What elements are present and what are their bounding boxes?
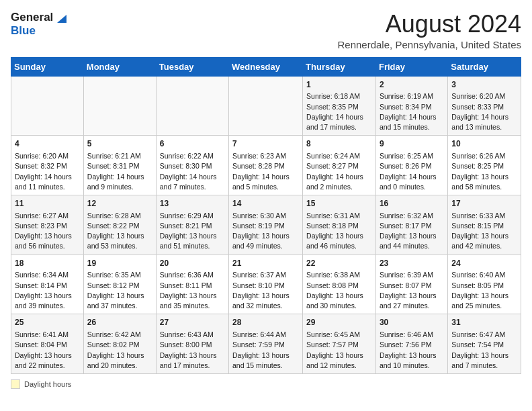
calendar-week-5: 25Sunrise: 6:41 AMSunset: 8:04 PMDayligh… [11, 314, 521, 374]
calendar-cell: 5Sunrise: 6:21 AMSunset: 8:31 PMDaylight… [83, 136, 156, 195]
day-number: 17 [451, 198, 517, 210]
day-info: Sunrise: 6:19 AMSunset: 8:34 PMDaylight:… [380, 91, 444, 132]
day-info: Sunrise: 6:47 AMSunset: 7:54 PMDaylight:… [451, 330, 517, 371]
calendar-cell: 31Sunrise: 6:47 AMSunset: 7:54 PMDayligh… [448, 314, 521, 374]
page-header: General Blue August 2024 Rennerdale, Pen… [11, 11, 521, 50]
day-number: 18 [15, 258, 80, 269]
day-info: Sunrise: 6:33 AMSunset: 8:15 PMDaylight:… [451, 211, 517, 252]
calendar-cell: 1Sunrise: 6:18 AMSunset: 8:35 PMDaylight… [303, 76, 376, 136]
day-info: Sunrise: 6:34 AMSunset: 8:14 PMDaylight:… [15, 270, 80, 311]
calendar-cell: 22Sunrise: 6:38 AMSunset: 8:08 PMDayligh… [303, 255, 376, 314]
calendar-cell [229, 76, 303, 136]
day-number: 26 [87, 317, 152, 328]
header-day-monday: Monday [83, 57, 156, 76]
calendar-cell: 15Sunrise: 6:31 AMSunset: 8:18 PMDayligh… [303, 195, 376, 255]
calendar-cell: 14Sunrise: 6:30 AMSunset: 8:19 PMDayligh… [229, 195, 303, 255]
calendar-cell: 8Sunrise: 6:24 AMSunset: 8:27 PMDaylight… [303, 136, 376, 195]
calendar-cell: 7Sunrise: 6:23 AMSunset: 8:28 PMDaylight… [229, 136, 303, 195]
header-day-sunday: Sunday [11, 57, 84, 76]
day-info: Sunrise: 6:31 AMSunset: 8:18 PMDaylight:… [306, 211, 372, 252]
day-info: Sunrise: 6:29 AMSunset: 8:21 PMDaylight:… [160, 211, 225, 252]
day-number: 4 [15, 138, 80, 150]
calendar-cell: 23Sunrise: 6:39 AMSunset: 8:07 PMDayligh… [375, 255, 447, 314]
calendar-cell [83, 76, 156, 136]
day-info: Sunrise: 6:43 AMSunset: 8:00 PMDaylight:… [160, 330, 225, 371]
day-info: Sunrise: 6:30 AMSunset: 8:19 PMDaylight:… [232, 211, 299, 252]
day-number: 20 [160, 258, 225, 269]
day-info: Sunrise: 6:46 AMSunset: 7:56 PMDaylight:… [380, 330, 444, 371]
calendar-cell [11, 76, 84, 136]
day-number: 22 [306, 258, 372, 269]
calendar-week-2: 4Sunrise: 6:20 AMSunset: 8:32 PMDaylight… [11, 136, 521, 195]
title-area: August 2024 Rennerdale, Pennsylvania, Un… [337, 11, 521, 50]
calendar-cell: 3Sunrise: 6:20 AMSunset: 8:33 PMDaylight… [448, 76, 521, 136]
logo: General Blue [11, 11, 66, 38]
day-number: 28 [232, 317, 299, 328]
calendar-week-3: 11Sunrise: 6:27 AMSunset: 8:23 PMDayligh… [11, 195, 521, 255]
calendar-cell [156, 76, 228, 136]
day-number: 27 [160, 317, 225, 328]
day-info: Sunrise: 6:37 AMSunset: 8:10 PMDaylight:… [232, 270, 299, 311]
calendar-cell: 4Sunrise: 6:20 AMSunset: 8:32 PMDaylight… [11, 136, 84, 195]
header-day-wednesday: Wednesday [229, 57, 303, 76]
day-number: 8 [306, 138, 372, 150]
calendar-body: 1Sunrise: 6:18 AMSunset: 8:35 PMDaylight… [11, 76, 521, 373]
svg-marker-0 [57, 15, 66, 23]
calendar-cell: 16Sunrise: 6:32 AMSunset: 8:17 PMDayligh… [375, 195, 447, 255]
day-number: 11 [15, 198, 80, 210]
calendar-cell: 21Sunrise: 6:37 AMSunset: 8:10 PMDayligh… [229, 255, 303, 314]
day-number: 31 [451, 317, 517, 328]
day-number: 6 [160, 138, 225, 150]
day-info: Sunrise: 6:40 AMSunset: 8:05 PMDaylight:… [451, 270, 517, 311]
calendar-cell: 12Sunrise: 6:28 AMSunset: 8:22 PMDayligh… [83, 195, 156, 255]
calendar-week-4: 18Sunrise: 6:34 AMSunset: 8:14 PMDayligh… [11, 255, 521, 314]
calendar-cell: 2Sunrise: 6:19 AMSunset: 8:34 PMDaylight… [375, 76, 447, 136]
day-info: Sunrise: 6:38 AMSunset: 8:08 PMDaylight:… [306, 270, 372, 311]
day-number: 10 [451, 138, 517, 150]
day-info: Sunrise: 6:18 AMSunset: 8:35 PMDaylight:… [306, 91, 372, 132]
calendar-cell: 17Sunrise: 6:33 AMSunset: 8:15 PMDayligh… [448, 195, 521, 255]
day-number: 30 [380, 317, 444, 328]
day-info: Sunrise: 6:35 AMSunset: 8:12 PMDaylight:… [87, 270, 152, 311]
day-info: Sunrise: 6:41 AMSunset: 8:04 PMDaylight:… [15, 330, 80, 371]
day-info: Sunrise: 6:39 AMSunset: 8:07 PMDaylight:… [380, 270, 444, 311]
day-info: Sunrise: 6:21 AMSunset: 8:31 PMDaylight:… [87, 151, 152, 192]
day-info: Sunrise: 6:45 AMSunset: 7:57 PMDaylight:… [306, 330, 372, 371]
calendar-week-1: 1Sunrise: 6:18 AMSunset: 8:35 PMDaylight… [11, 76, 521, 136]
day-info: Sunrise: 6:44 AMSunset: 7:59 PMDaylight:… [232, 330, 299, 371]
calendar-cell: 6Sunrise: 6:22 AMSunset: 8:30 PMDaylight… [156, 136, 228, 195]
header-day-tuesday: Tuesday [156, 57, 228, 76]
day-info: Sunrise: 6:23 AMSunset: 8:28 PMDaylight:… [232, 151, 299, 192]
day-number: 3 [451, 79, 517, 91]
day-info: Sunrise: 6:22 AMSunset: 8:30 PMDaylight:… [160, 151, 225, 192]
day-number: 14 [232, 198, 299, 210]
day-info: Sunrise: 6:20 AMSunset: 8:33 PMDaylight:… [451, 91, 517, 132]
day-info: Sunrise: 6:20 AMSunset: 8:32 PMDaylight:… [15, 151, 80, 192]
main-title: August 2024 [337, 11, 521, 38]
calendar-cell: 10Sunrise: 6:26 AMSunset: 8:25 PMDayligh… [448, 136, 521, 195]
day-number: 16 [380, 198, 444, 210]
day-info: Sunrise: 6:27 AMSunset: 8:23 PMDaylight:… [15, 211, 80, 252]
calendar-table: SundayMondayTuesdayWednesdayThursdayFrid… [11, 57, 521, 374]
day-info: Sunrise: 6:42 AMSunset: 8:02 PMDaylight:… [87, 330, 152, 371]
footer-note: Daylight hours [11, 379, 521, 389]
subtitle: Rennerdale, Pennsylvania, United States [337, 39, 521, 50]
calendar-cell: 30Sunrise: 6:46 AMSunset: 7:56 PMDayligh… [375, 314, 447, 374]
calendar-cell: 19Sunrise: 6:35 AMSunset: 8:12 PMDayligh… [83, 255, 156, 314]
header-day-friday: Friday [375, 57, 447, 76]
day-number: 12 [87, 198, 152, 210]
day-info: Sunrise: 6:28 AMSunset: 8:22 PMDaylight:… [87, 211, 152, 252]
day-number: 9 [380, 138, 444, 150]
calendar-cell: 25Sunrise: 6:41 AMSunset: 8:04 PMDayligh… [11, 314, 84, 374]
header-day-saturday: Saturday [448, 57, 521, 76]
calendar-cell: 27Sunrise: 6:43 AMSunset: 8:00 PMDayligh… [156, 314, 228, 374]
calendar-cell: 20Sunrise: 6:36 AMSunset: 8:11 PMDayligh… [156, 255, 228, 314]
calendar-cell: 24Sunrise: 6:40 AMSunset: 8:05 PMDayligh… [448, 255, 521, 314]
day-info: Sunrise: 6:32 AMSunset: 8:17 PMDaylight:… [380, 211, 444, 252]
logo-blue-text: Blue [11, 24, 36, 37]
calendar-cell: 29Sunrise: 6:45 AMSunset: 7:57 PMDayligh… [303, 314, 376, 374]
calendar-cell: 9Sunrise: 6:25 AMSunset: 8:26 PMDaylight… [375, 136, 447, 195]
day-info: Sunrise: 6:26 AMSunset: 8:25 PMDaylight:… [451, 151, 517, 192]
calendar-header: SundayMondayTuesdayWednesdayThursdayFrid… [11, 57, 521, 76]
logo-triangle-icon [54, 12, 66, 24]
